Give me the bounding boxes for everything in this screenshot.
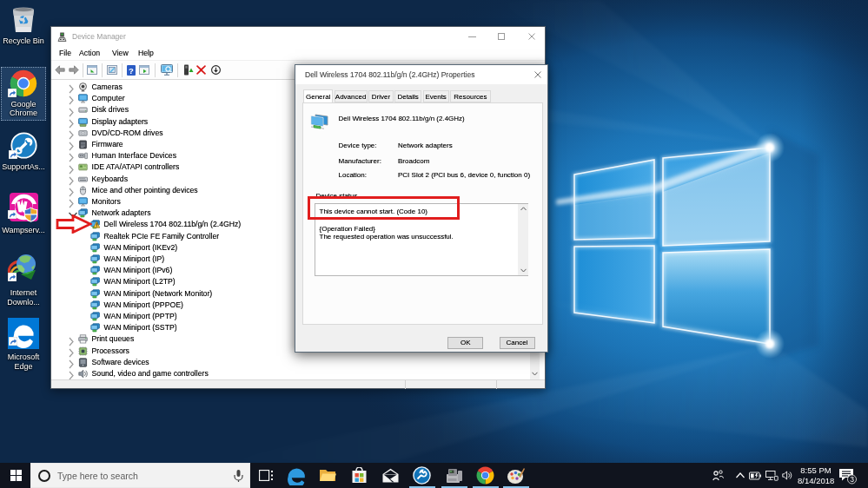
svg-text:3: 3 bbox=[850, 475, 854, 484]
svg-text:?: ? bbox=[129, 65, 134, 75]
